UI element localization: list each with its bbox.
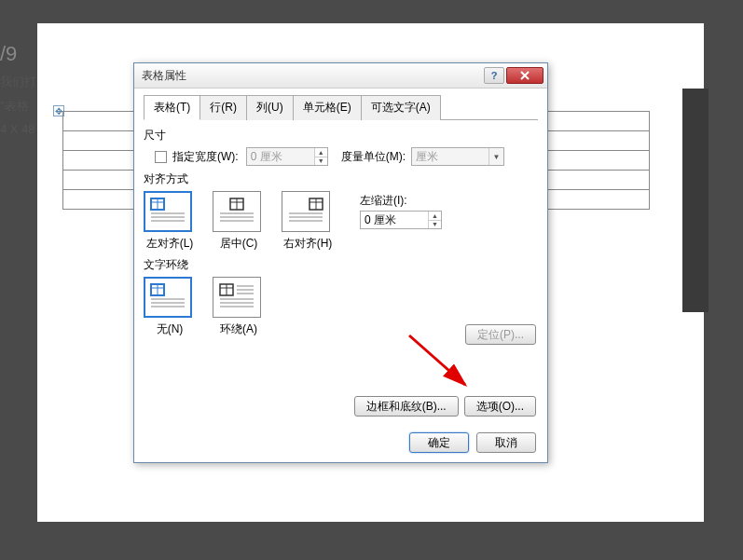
tab-column[interactable]: 列(U) bbox=[246, 95, 294, 120]
align-center-label: 居中(C) bbox=[213, 236, 265, 252]
svg-line-33 bbox=[409, 335, 465, 385]
align-left-label: 左对齐(L) bbox=[144, 236, 196, 252]
dialog-titlebar[interactable]: 表格属性 ? bbox=[134, 63, 547, 89]
align-left-option[interactable] bbox=[144, 191, 192, 232]
close-button[interactable] bbox=[506, 67, 543, 84]
tab-alttext[interactable]: 可选文字(A) bbox=[361, 95, 441, 120]
align-left-icon bbox=[149, 197, 186, 226]
spin-down[interactable]: ▼ bbox=[315, 157, 327, 166]
wrap-none-icon bbox=[149, 282, 186, 312]
width-spinner[interactable]: ▲▼ bbox=[246, 147, 328, 166]
spin-up[interactable]: ▲ bbox=[429, 212, 441, 221]
tab-row[interactable]: 行(R) bbox=[200, 95, 247, 120]
options-button[interactable]: 选项(O)... bbox=[464, 396, 536, 417]
tabs: 表格(T) 行(R) 列(U) 单元格(E) 可选文字(A) bbox=[144, 94, 538, 120]
align-right-option[interactable] bbox=[282, 191, 330, 232]
wrap-label: 文字环绕 bbox=[144, 257, 538, 273]
align-right-icon bbox=[287, 197, 324, 226]
unit-value: 厘米 bbox=[416, 149, 438, 165]
align-center-option[interactable] bbox=[213, 191, 261, 232]
cancel-button[interactable]: 取消 bbox=[476, 432, 536, 453]
wrap-around-icon bbox=[218, 282, 255, 312]
spin-down[interactable]: ▼ bbox=[429, 221, 441, 229]
help-button[interactable]: ? bbox=[484, 67, 504, 84]
wrap-around-label: 环绕(A) bbox=[213, 321, 265, 337]
tab-cell[interactable]: 单元格(E) bbox=[293, 95, 362, 120]
position-button: 定位(P)... bbox=[465, 324, 536, 345]
document-canvas: /9 我们打 "表格 4 X 48 ✥ 表格属性 ? 表格(T) 行(R) 列( bbox=[37, 23, 704, 522]
indent-spinner[interactable]: ▲▼ bbox=[360, 211, 442, 229]
side-panel bbox=[682, 89, 709, 312]
wrap-around-option[interactable] bbox=[213, 277, 261, 318]
text-fragment-1: 我们打 bbox=[0, 74, 73, 90]
align-label: 对齐方式 bbox=[144, 171, 538, 187]
align-right-label: 右对齐(H) bbox=[282, 236, 334, 252]
wrap-none-label: 无(N) bbox=[144, 321, 196, 337]
chevron-down-icon: ▼ bbox=[488, 148, 503, 165]
align-center-icon bbox=[218, 197, 255, 226]
specify-width-checkbox[interactable] bbox=[155, 151, 167, 163]
specify-width-label: 指定宽度(W): bbox=[172, 149, 239, 165]
table-properties-dialog: 表格属性 ? 表格(T) 行(R) 列(U) 单元格(E) 可选文字(A) 尺寸… bbox=[133, 62, 548, 463]
borders-shading-button[interactable]: 边框和底纹(B)... bbox=[354, 396, 459, 417]
tab-table[interactable]: 表格(T) bbox=[144, 95, 200, 120]
unit-label: 度量单位(M): bbox=[341, 149, 406, 165]
alignment-group: 左对齐(L) 居中(C) 右对齐(H) bbox=[144, 191, 538, 252]
unit-select[interactable]: 厘米 ▼ bbox=[411, 147, 504, 166]
indent-label: 左缩进(I): bbox=[360, 193, 442, 209]
ok-button[interactable]: 确定 bbox=[409, 432, 469, 453]
spin-up[interactable]: ▲ bbox=[315, 148, 327, 157]
close-icon bbox=[519, 71, 530, 80]
width-input[interactable] bbox=[247, 148, 314, 165]
dialog-title: 表格属性 bbox=[142, 68, 482, 84]
page-indicator: /9 bbox=[0, 42, 73, 66]
indent-input[interactable] bbox=[361, 212, 428, 228]
dialog-body: 表格(T) 行(R) 列(U) 单元格(E) 可选文字(A) 尺寸 指定宽度(W… bbox=[134, 89, 547, 462]
size-label: 尺寸 bbox=[144, 128, 538, 143]
wrap-none-option[interactable] bbox=[144, 277, 192, 318]
